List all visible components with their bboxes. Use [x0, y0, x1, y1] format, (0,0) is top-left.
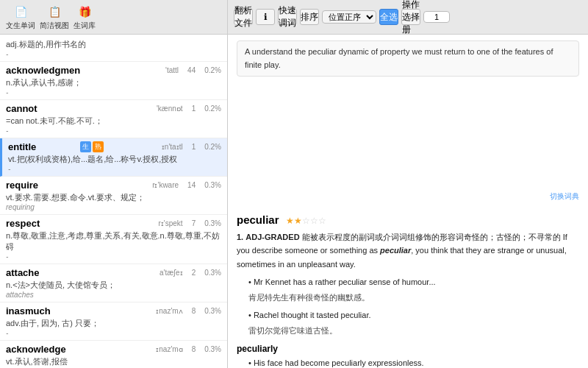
main-content: adj.标题的,用作书名的 - acknowledgmen 'tattl 44 … — [0, 35, 588, 368]
select-all-label: 全选 — [380, 11, 398, 24]
select-all-btn[interactable]: 全选 — [379, 9, 398, 25]
adverb-section-title: peculiarly — [237, 344, 579, 354]
word-percent: 0.3% — [204, 307, 221, 315]
word-list-panel: adj.标题的,用作书名的 - acknowledgmen 'tattl 44 … — [0, 35, 228, 368]
word-header: acknowledgmen 'tattl 44 0.2% — [6, 65, 221, 76]
word-count: 14 — [187, 181, 196, 189]
dict-top-example-text: A understand the peculiar dynamic of pro… — [245, 47, 553, 69]
word-stats: ɪn'taɪtl 1 0.2% — [162, 143, 221, 151]
list-item[interactable]: acknowledgmen 'tattl 44 0.2% n.承认,承认书,感谢… — [0, 62, 227, 100]
word-phonetic: ɪn'taɪtl — [162, 143, 183, 151]
word-variant: - — [6, 329, 221, 337]
word-header: respect rɪ'spekt 7 0.3% — [6, 218, 221, 229]
word-stats: ɪnaz'mʌ 8 0.3% — [156, 307, 221, 315]
word-count: 1 — [192, 143, 196, 151]
word-variant: - — [6, 127, 221, 135]
info-label: ℹ — [264, 12, 268, 22]
word-header: require rɪ'kware 14 0.3% — [6, 180, 221, 191]
word-percent: 0.2% — [204, 105, 221, 113]
word-def: adj.标题的,用作书名的 — [6, 39, 221, 50]
word-name: attache — [6, 267, 72, 278]
dict-top-example: A understand the peculiar dynamic of pro… — [237, 40, 579, 77]
operation-btn[interactable]: 操作选择册 — [401, 9, 420, 25]
list-item[interactable]: acknowledge ɪnaz'mɑ 8 0.3% vt.承认,答谢,报偿 - — [0, 341, 227, 368]
word-phonetic: rɪ'spekt — [159, 219, 183, 227]
word-bank-icon[interactable]: 🎁 — [74, 3, 95, 21]
toggle-dict-btn[interactable]: 切换词典 — [237, 191, 579, 202]
word-phonetic: ɪnaz'mʌ — [156, 307, 182, 315]
word-variant: - — [8, 165, 221, 173]
list-item[interactable]: respect rɪ'spekt 7 0.3% n.尊敬,敬重,注意,考虑,尊重… — [0, 215, 227, 264]
sort-btn[interactable]: 排序 — [300, 9, 319, 25]
word-percent: 0.3% — [204, 345, 221, 353]
text-view-group[interactable]: 📄 文生单词 — [6, 3, 35, 31]
dict-example-2-cn: 雷切尔觉得它味道古怪。 — [248, 325, 579, 338]
word-phonetic: 'kænnɒt — [157, 105, 183, 113]
word-name: acknowledge — [6, 344, 72, 355]
audio-file-btn[interactable]: 翻析文件 — [234, 9, 253, 25]
operation-label: 操作选择册 — [402, 0, 420, 36]
word-count: 7 — [192, 219, 196, 227]
dict-top-example-area: A understand the peculiar dynamic of pro… — [228, 35, 588, 190]
word-phonetic: rɪ'kware — [152, 181, 179, 189]
simple-view-icon[interactable]: 📋 — [44, 3, 65, 21]
info-icon-btn[interactable]: ℹ — [256, 9, 275, 25]
word-stats: a'tæʃeɪ 2 0.3% — [159, 269, 221, 277]
word-percent: 0.3% — [204, 219, 221, 227]
page-number-input[interactable] — [423, 11, 450, 23]
def-1-cn-type: 能被表示程度的副词或介词词组修饰的形容词 — [302, 233, 464, 241]
list-item[interactable]: require rɪ'kware 14 0.3% vt.要求.需要.想要.命令.… — [0, 177, 227, 215]
word-name: inasmuch — [6, 305, 72, 316]
word-name: require — [6, 180, 72, 191]
sheng-badge: 生 — [80, 141, 91, 152]
word-bank-group[interactable]: 🎁 生词库 — [74, 3, 96, 31]
dict-word-title: peculiar — [237, 213, 279, 226]
list-item[interactable]: cannot 'kænnɒt 1 0.2% =can not.未可.不能.不可.… — [0, 100, 227, 138]
word-count: 8 — [192, 307, 196, 315]
word-def: n.<法>大使随员, 大使馆专员； — [6, 280, 221, 291]
quick-lookup-btn[interactable]: 快速调词 — [278, 9, 297, 25]
word-count: 44 — [187, 66, 196, 74]
text-view-icon[interactable]: 📄 — [10, 3, 31, 21]
dict-example-1-en: Mr Kennet has a rather peculiar sense of… — [248, 276, 579, 289]
audio-file-label: 翻析文件 — [234, 4, 252, 29]
word-percent: 0.2% — [204, 66, 221, 74]
list-item[interactable]: inasmuch ɪnaz'mʌ 8 0.3% adv.由于, 因为, 古) 只… — [0, 302, 227, 341]
word-header: cannot 'kænnɒt 1 0.2% — [6, 103, 221, 114]
list-item[interactable]: attache a'tæʃeɪ 2 0.3% n.<法>大使随员, 大使馆专员；… — [0, 264, 227, 302]
quick-lookup-label: 快速调词 — [279, 4, 296, 29]
word-stats: rɪ'kware 14 0.3% — [152, 181, 221, 189]
def-1-num: 1. — [237, 233, 243, 241]
def-1-type: ADJ-GRADED — [245, 233, 299, 241]
word-count: 8 — [192, 345, 196, 353]
def-1-keyword: peculiar — [380, 246, 411, 255]
word-variant: - — [6, 88, 221, 96]
word-name: cannot — [6, 103, 72, 114]
word-variant: attaches — [6, 291, 221, 299]
shu-badge: 熟 — [93, 141, 104, 152]
word-variant: requiring — [6, 203, 221, 211]
word-bank-label: 生词库 — [74, 21, 96, 31]
adverb-example-en: His face had become peculiarly expressio… — [248, 357, 579, 368]
word-name: entitle — [8, 141, 74, 152]
word-stats: 'kænnɒt 1 0.2% — [157, 105, 221, 113]
text-view-label: 文生单词 — [6, 21, 35, 31]
empty-stars: ☆☆☆ — [302, 216, 326, 226]
word-percent: 0.2% — [204, 143, 221, 151]
word-name: acknowledgmen — [6, 65, 80, 76]
word-phonetic: 'tattl — [165, 66, 179, 74]
word-def: =can not.未可.不能.不可.； — [6, 116, 221, 127]
dict-example-1-cn: 肯尼特先生有种很奇怪的幽默感。 — [248, 291, 579, 305]
left-toolbar: 📄 文生单词 📋 简洁视图 🎁 生词库 — [0, 0, 228, 34]
list-item[interactable]: entitle 生 熟 ɪn'taɪtl 1 0.2% vt.把(权利或资格),… — [0, 138, 227, 177]
simple-view-group[interactable]: 📋 简洁视图 — [40, 3, 69, 31]
position-select[interactable]: 位置正序 — [322, 10, 376, 24]
word-def: vt.把(权利或资格),给...题名,给...称号v.授权,授权 — [8, 154, 221, 165]
word-percent: 0.3% — [204, 181, 221, 189]
word-phonetic: a'tæʃeɪ — [159, 269, 183, 277]
word-def: vt.要求.需要.想要.命令.vt.要求、规定； — [6, 192, 221, 203]
word-count: 2 — [192, 269, 196, 277]
word-title-area: peculiar ★★☆☆☆ — [237, 213, 579, 226]
dict-example-2-en: Rachel thought it tasted peculiar. — [248, 309, 579, 322]
def-1-text: 1. ADJ-GRADED 能被表示程度的副词或介词词组修饰的形容词奇怪的；古怪… — [237, 230, 579, 272]
